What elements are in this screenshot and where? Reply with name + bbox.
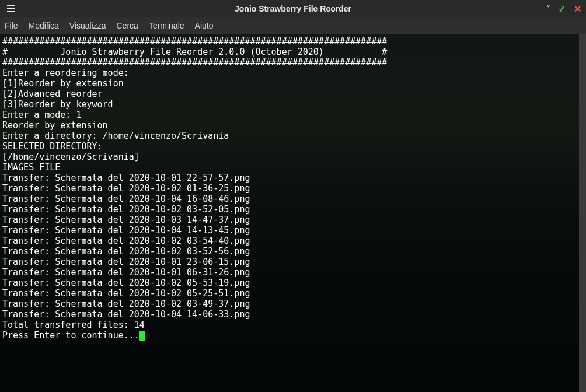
mode-name: Reorder by extension — [2, 120, 108, 131]
transfer-line: Transfer: Schermata del 2020-10-01 06-31… — [2, 267, 250, 278]
menu-visualizza[interactable]: Visualizza — [69, 21, 106, 30]
maximize-icon[interactable]: ⤢ — [559, 4, 566, 13]
menu-terminale[interactable]: Terminale — [149, 21, 184, 30]
transfer-line: Transfer: Schermata del 2020-10-04 14-06… — [2, 309, 250, 320]
hamburger-icon[interactable] — [5, 3, 18, 15]
transfer-line: Transfer: Schermata del 2020-10-02 03-52… — [2, 204, 250, 215]
transfer-line: Transfer: Schermata del 2020-10-04 16-08… — [2, 194, 250, 204]
terminal-output[interactable]: ########################################… — [0, 34, 586, 343]
transfer-line: Transfer: Schermata del 2020-10-02 03-52… — [2, 246, 250, 257]
transfer-line: Transfer: Schermata del 2020-10-03 14-47… — [2, 215, 250, 225]
total-line: Total transferred files: 14 — [2, 320, 145, 330]
enter-dir: Enter a directory: /home/vincenzo/Scriva… — [2, 131, 229, 141]
menu-file[interactable]: File — [5, 21, 18, 30]
transfer-line: Transfer: Schermata del 2020-10-02 05-53… — [2, 278, 250, 288]
option-1: [1]Reorder by extension — [2, 78, 124, 89]
menu-cerca[interactable]: Cerca — [116, 21, 138, 30]
enter-mode: Enter a mode: 1 — [2, 110, 81, 120]
selected-label: SELECTED DIRECTORY: — [2, 141, 103, 152]
transfer-line: Transfer: Schermata del 2020-10-01 22-57… — [2, 173, 250, 183]
banner-line: # Jonio Strawberry File Reorder 2.0.0 (O… — [2, 47, 387, 57]
transfer-line: Transfer: Schermata del 2020-10-02 01-36… — [2, 183, 250, 194]
menu-modifica[interactable]: Modifica — [29, 21, 59, 30]
dir-value: [/home/vincenzo/Scrivania] — [2, 152, 139, 162]
cursor-block — [139, 331, 145, 341]
banner-sep-top: ########################################… — [2, 36, 387, 47]
banner-sep-bottom: ########################################… — [2, 57, 387, 68]
minimize-icon[interactable]: ˅ — [546, 4, 550, 13]
option-2: [2]Advanced reorder — [2, 89, 103, 99]
images-header: IMAGES FILE — [2, 162, 60, 173]
transfer-line: Transfer: Schermata del 2020-10-01 23-06… — [2, 257, 250, 267]
transfer-line: Transfer: Schermata del 2020-10-02 03-49… — [2, 299, 250, 309]
close-icon[interactable]: ✕ — [574, 4, 581, 15]
transfer-line: Transfer: Schermata del 2020-10-02 05-25… — [2, 288, 250, 299]
titlebar: Jonio Strawberry File Reorder ˅ ⤢ ✕ — [0, 0, 586, 18]
menu-aiuto[interactable]: Aiuto — [195, 21, 214, 30]
prompt-mode: Enter a reordering mode: — [2, 68, 129, 78]
transfer-line: Transfer: Schermata del 2020-10-02 03-54… — [2, 236, 250, 246]
menubar: File Modifica Visualizza Cerca Terminale… — [0, 18, 586, 34]
window-controls: ˅ ⤢ ✕ — [546, 4, 581, 15]
option-3: [3]Reorder by keyword — [2, 99, 113, 110]
continue-prompt: Press Enter to continue... — [2, 330, 139, 341]
scrollbar[interactable] — [579, 34, 586, 392]
transfer-line: Transfer: Schermata del 2020-10-04 14-13… — [2, 225, 250, 236]
window-title: Jonio Strawberry File Reorder — [0, 4, 586, 13]
